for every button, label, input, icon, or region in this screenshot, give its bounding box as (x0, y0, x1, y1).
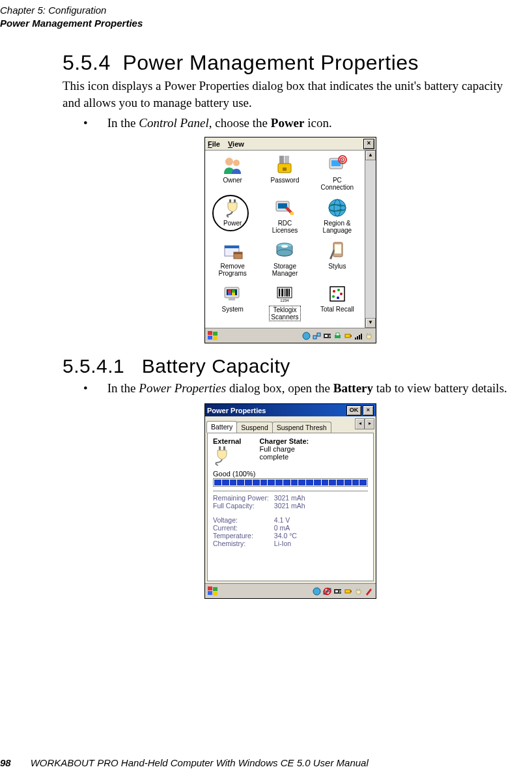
svg-rect-22 (234, 252, 242, 254)
ok-button[interactable]: OK (346, 405, 361, 416)
heading-554-title: Power Management Properties (122, 51, 419, 74)
svg-rect-75 (345, 590, 350, 593)
cp-item-storage-manager[interactable]: Storage Manager (259, 239, 311, 282)
full-capacity-value: 3021 mAh (274, 502, 311, 510)
battery-stats: Remaining Power:3021 mAh Full Capacity:3… (213, 494, 368, 547)
svg-text:P: P (329, 334, 331, 338)
cp-item-label: Owner (223, 177, 242, 184)
cp-item-stylus[interactable]: Stylus (311, 239, 363, 282)
menubar: File View × (205, 137, 376, 151)
separator (213, 491, 368, 491)
tab-suspend-threshold[interactable]: Suspend Thresh (272, 422, 331, 433)
scroll-up-arrow-icon[interactable]: ▲ (365, 151, 376, 160)
tab-battery[interactable]: Battery (206, 421, 237, 433)
control-panel-window: File View × Owner Password PC Connection (204, 137, 376, 343)
tray-battery-icon[interactable] (344, 332, 352, 340)
header-chapter: Chapter 5: Configuration (0, 4, 143, 17)
svg-point-51 (303, 332, 310, 339)
tray-network-icon[interactable] (313, 332, 321, 340)
cp-item-remove-programs[interactable]: Remove Programs (206, 239, 259, 282)
bullet-list-5541: In the Power Properties dialog box, open… (83, 381, 518, 396)
start-button[interactable] (208, 331, 219, 341)
tab-panel-battery: External Charger State: Full charge comp… (207, 433, 374, 581)
cp-item-owner[interactable]: Owner (206, 153, 259, 196)
tray-printer-icon[interactable] (333, 332, 342, 340)
cp-item-system[interactable]: System (206, 282, 259, 325)
menu-file[interactable]: File (208, 140, 220, 148)
tab-scroll-right-icon[interactable]: ▸ (365, 418, 374, 429)
close-button[interactable]: × (363, 405, 374, 416)
svg-rect-55 (325, 335, 328, 337)
heading-5541: 5.5.4.1 Battery Capacity (63, 355, 518, 377)
remaining-power-label: Remaining Power: (213, 494, 274, 502)
bullet-554: In the Control Panel, choose the Power i… (83, 116, 518, 130)
svg-rect-31 (232, 290, 235, 293)
svg-rect-15 (290, 212, 294, 215)
svg-rect-66 (223, 446, 225, 450)
svg-rect-76 (350, 590, 352, 592)
voltage-value: 4.1 V (274, 516, 311, 524)
svg-point-46 (337, 289, 340, 291)
svg-rect-62 (357, 336, 358, 339)
svg-text:1234: 1234 (281, 298, 290, 302)
tray-pccard-icon[interactable]: P (323, 332, 331, 340)
svg-point-16 (329, 199, 346, 216)
svg-rect-5 (283, 167, 287, 171)
bullet-pre: In the (107, 381, 139, 395)
svg-rect-65 (219, 446, 221, 450)
bullet-post: icon. (304, 116, 331, 130)
tray-globe-icon[interactable] (302, 332, 311, 340)
svg-rect-14 (278, 203, 287, 209)
svg-point-48 (332, 295, 335, 298)
scroll-down-arrow-icon[interactable]: ▼ (365, 318, 376, 328)
charger-state-value: Full charge complete (259, 445, 309, 461)
tab-scroll-left-icon[interactable]: ◂ (355, 418, 365, 429)
tray-signal-icon[interactable] (354, 332, 363, 340)
svg-point-67 (313, 588, 320, 595)
svg-point-49 (337, 296, 339, 299)
cp-item-label: Total Recall (320, 306, 354, 313)
svg-rect-60 (350, 335, 352, 337)
svg-rect-64 (361, 334, 362, 339)
owner-icon (222, 154, 243, 175)
menu-view[interactable]: View (228, 140, 244, 148)
tray-network-icon[interactable] (323, 587, 331, 596)
tray-pccard-icon[interactable]: P (333, 587, 342, 596)
cp-item-region-language[interactable]: Region & Language (311, 196, 363, 239)
region-language-icon (327, 197, 348, 218)
tray-globe-icon[interactable] (313, 587, 321, 596)
bullet-post: tab to view battery details. (373, 381, 507, 395)
cp-item-label: Password (271, 177, 300, 184)
scrollbar[interactable]: ▲ ▼ (365, 151, 376, 328)
bullet-italic: Control Panel (139, 116, 209, 130)
power-properties-dialog: Power Properties OK × Battery Suspend Su… (204, 403, 376, 599)
svg-point-25 (281, 245, 288, 248)
cp-item-total-recall[interactable]: Total Recall (311, 282, 363, 325)
header-section: Power Management Properties (0, 17, 143, 30)
cp-item-teklogix-scanners[interactable]: 1234 Teklogix Scanners (259, 282, 311, 325)
tray-battery-icon[interactable] (344, 587, 352, 596)
cp-item-pc-connection[interactable]: PC Connection (311, 153, 363, 196)
charger-state-label: Charger State: (259, 437, 309, 445)
cp-item-power[interactable]: Power (206, 196, 259, 239)
tray-stylus-icon[interactable] (365, 587, 373, 596)
page-number: 98 (0, 757, 11, 768)
taskbar: P (205, 328, 376, 343)
svg-rect-59 (345, 334, 350, 338)
svg-rect-58 (336, 333, 339, 336)
tray-plug-icon[interactable] (365, 332, 373, 340)
remaining-power-value: 3021 mAh (274, 494, 311, 502)
system-tray: P (302, 332, 373, 340)
power-highlight-circle (212, 195, 249, 231)
cp-item-password[interactable]: Password (259, 153, 311, 196)
svg-rect-61 (355, 338, 356, 339)
close-button[interactable]: × (363, 139, 374, 149)
start-button[interactable] (208, 586, 219, 596)
tab-suspend[interactable]: Suspend (236, 422, 272, 433)
cp-item-rdc-licenses[interactable]: RDC Licenses (259, 196, 311, 239)
svg-rect-53 (317, 333, 320, 336)
tray-plug-icon[interactable] (354, 587, 363, 596)
svg-point-0 (225, 158, 233, 166)
svg-point-45 (333, 290, 335, 293)
svg-rect-73 (335, 590, 338, 592)
